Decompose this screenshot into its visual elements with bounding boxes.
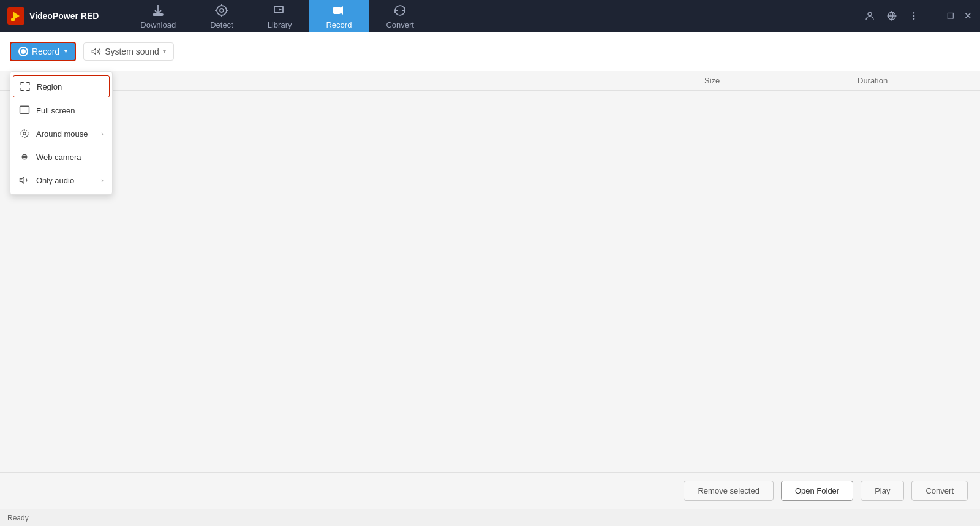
detect-icon [214, 3, 229, 18]
user-icon[interactable] [862, 9, 877, 23]
status-text: Ready [7, 514, 29, 522]
svg-point-15 [913, 15, 915, 17]
svg-point-16 [913, 18, 915, 20]
col-duration-header: Duration [858, 76, 980, 85]
nav-library[interactable]: Library [251, 0, 309, 32]
system-sound-chevron-icon: ▾ [163, 48, 166, 55]
bottombar: Remove selected Open Folder Play Convert [0, 472, 980, 509]
dropdown-item-region[interactable]: Region [13, 75, 110, 97]
svg-point-3 [217, 6, 227, 15]
svg-marker-10 [279, 8, 282, 11]
svg-point-14 [913, 12, 915, 14]
record-dropdown-menu: Region Full screen Around mouse › [10, 71, 113, 195]
table-header: Size Duration [0, 71, 980, 91]
nav-download[interactable]: Download [123, 0, 193, 32]
app-logo [7, 7, 24, 25]
record-label: Record [32, 47, 59, 56]
col-size-header: Size [704, 76, 858, 85]
fullscreen-icon [19, 105, 30, 116]
nav-detect[interactable]: Detect [193, 0, 251, 32]
network-icon[interactable] [884, 9, 899, 23]
download-icon [151, 3, 165, 18]
convert-nav-icon [393, 3, 407, 18]
empty-list-area [0, 91, 980, 472]
toolbar: Record ▾ System sound ▾ Region [0, 32, 980, 71]
dropdown-item-fullscreen[interactable]: Full screen [10, 99, 112, 122]
library-icon [273, 3, 287, 18]
remove-selected-button[interactable]: Remove selected [684, 481, 773, 501]
record-button[interactable]: Record ▾ [10, 42, 76, 61]
svg-point-20 [21, 130, 28, 137]
svg-marker-17 [92, 48, 96, 54]
record-nav-icon [331, 3, 346, 18]
dropdown-item-only-audio[interactable]: Only audio › [10, 169, 112, 192]
svg-marker-23 [20, 177, 24, 184]
main-nav: Download Detect Library Record [123, 0, 862, 32]
region-label: Region [37, 82, 62, 91]
convert-button[interactable]: Convert [911, 481, 968, 501]
titlebar: VideoPower RED Download Detect Library [0, 0, 980, 32]
region-icon [20, 81, 31, 92]
svg-rect-1 [11, 18, 15, 21]
around-mouse-arrow-icon: › [101, 130, 104, 137]
web-camera-label: Web camera [36, 153, 81, 162]
around-mouse-icon [19, 128, 30, 139]
svg-point-22 [24, 156, 26, 158]
system-sound-button[interactable]: System sound ▾ [83, 42, 174, 61]
svg-point-12 [868, 12, 872, 16]
svg-point-19 [23, 132, 26, 135]
dropdown-item-web-camera[interactable]: Web camera [10, 145, 112, 169]
webcam-icon [19, 151, 30, 162]
maximize-button[interactable]: ❐ [946, 11, 956, 21]
svg-point-4 [220, 9, 224, 12]
only-audio-label: Only audio [36, 176, 74, 185]
app-name: VideoPower RED [29, 11, 99, 21]
svg-rect-11 [333, 7, 341, 14]
system-sound-label: System sound [105, 47, 159, 56]
record-chevron-icon: ▾ [64, 48, 67, 55]
around-mouse-label: Around mouse [36, 129, 88, 139]
minimize-button[interactable]: — [929, 11, 938, 21]
only-audio-arrow-icon: › [101, 177, 104, 184]
open-folder-button[interactable]: Open Folder [781, 481, 853, 501]
record-circle-icon [18, 47, 28, 56]
close-button[interactable]: ✕ [963, 11, 973, 21]
fullscreen-label: Full screen [36, 106, 75, 115]
dropdown-item-around-mouse[interactable]: Around mouse › [10, 122, 112, 145]
window-controls: — ❐ ✕ [862, 9, 973, 23]
svg-rect-2 [153, 14, 163, 15]
nav-record[interactable]: Record [309, 0, 369, 32]
content-area: Size Duration Remove selected Open Folde… [0, 71, 980, 509]
nav-convert[interactable]: Convert [369, 0, 431, 32]
audio-icon [19, 175, 30, 186]
speaker-icon [91, 47, 101, 56]
play-button[interactable]: Play [861, 481, 904, 501]
svg-rect-18 [20, 106, 29, 113]
more-icon[interactable] [907, 9, 921, 23]
statusbar: Ready [0, 509, 980, 526]
